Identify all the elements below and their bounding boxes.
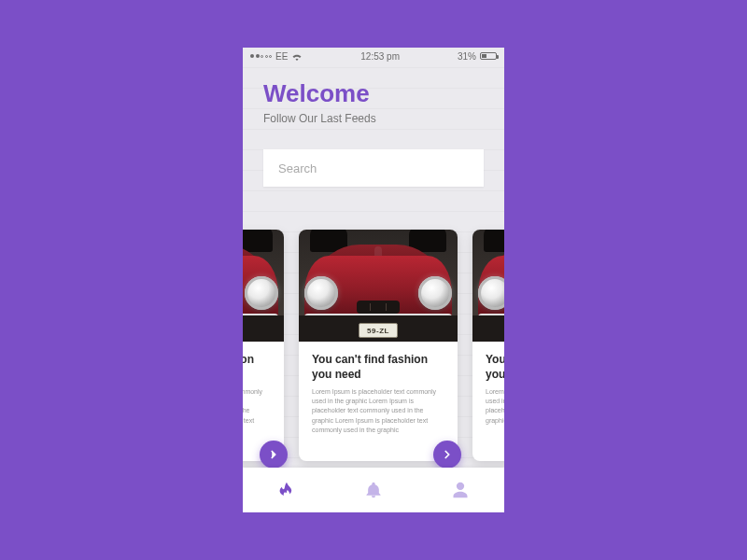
tab-bar [243,468,504,512]
card-title: You can't find fashion you need [312,353,444,382]
feed-card[interactable]: 59-ZL You can't find fashion you need Lo… [472,230,504,461]
status-bar: EE 12:53 pm 31% [243,48,504,64]
status-left: EE [250,51,303,62]
bell-icon [364,481,383,499]
card-image: 59-ZL [243,230,284,342]
card-next-button[interactable] [433,441,461,469]
chevron-right-icon [267,448,280,461]
phone-frame: EE 12:53 pm 31% Welcome Follow Our Last … [243,48,504,512]
card-desc: Lorem Ipsum is placeholder text commonly… [312,387,444,435]
battery-icon [480,52,497,60]
header: Welcome Follow Our Last Feeds [243,64,504,134]
card-desc: Lorem Ipsum is placeholder text commonly… [243,387,271,435]
card-title: You can't find fashion you need [243,353,271,382]
signal-dots-icon [250,54,272,58]
wifi-icon [291,52,303,61]
license-plate: 59-ZL [359,323,398,338]
chevron-right-icon [441,448,454,461]
battery-pct: 31% [458,51,476,62]
feed-card[interactable]: 59-ZL You can't find fashion you need Lo… [299,230,458,461]
tab-trending[interactable] [243,468,330,512]
card-title: You can't find fashion you need [486,353,504,382]
search-input[interactable] [278,161,469,175]
status-time: 12:53 pm [360,51,400,62]
card-image: 59-ZL [472,230,504,342]
tab-profile[interactable] [417,468,504,512]
fire-icon [277,481,296,499]
status-right: 31% [458,51,497,62]
card-next-button[interactable] [260,441,288,469]
user-icon [451,481,470,499]
page-subtitle: Follow Our Last Feeds [263,112,484,125]
card-desc: Lorem Ipsum is placeholder text commonly… [486,387,504,426]
tab-notifications[interactable] [330,468,416,512]
page-title: Welcome [263,79,484,108]
feed-card[interactable]: 59-ZL You can't find fashion you need Lo… [243,230,284,461]
carrier-label: EE [275,51,288,62]
card-image: 59-ZL [299,230,458,342]
search-field[interactable] [263,149,484,187]
feed-carousel[interactable]: 59-ZL You can't find fashion you need Lo… [243,230,387,461]
